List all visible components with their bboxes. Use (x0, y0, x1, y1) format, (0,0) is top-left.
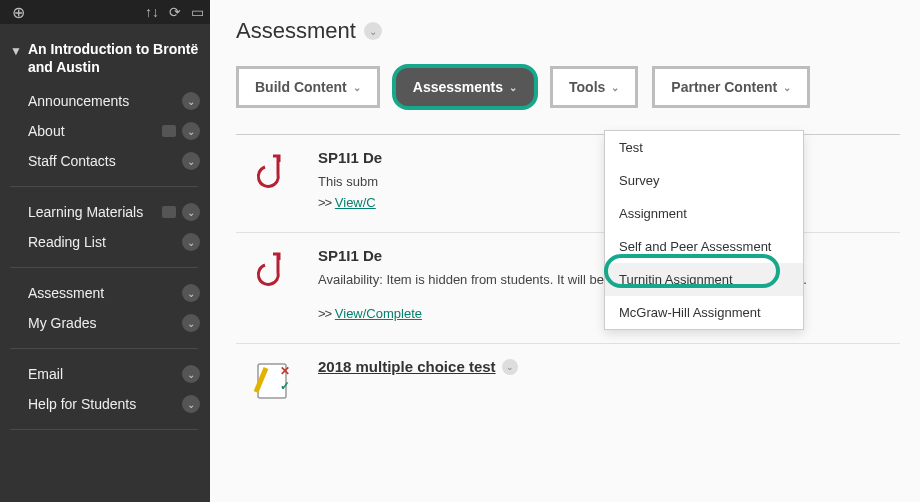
assessments-button[interactable]: Assessments⌄ (394, 66, 536, 108)
dropdown-item-assignment[interactable]: Assignment (605, 197, 803, 230)
dropdown-item-turnitin[interactable]: Turnitin Assignment (605, 263, 803, 296)
item-title[interactable]: SP1I1 De (318, 149, 382, 166)
refresh-icon[interactable]: ⟳ (169, 4, 181, 20)
svg-text:✕: ✕ (280, 364, 290, 378)
sort-icon[interactable]: ↑↓ (145, 4, 159, 20)
course-title-row[interactable]: ▼ An Introduction to Brontë and Austin (10, 36, 210, 86)
chevron-down-icon[interactable]: ⌄ (182, 203, 200, 221)
sidebar-item-reading-list[interactable]: Reading List ⌄ (28, 227, 210, 257)
add-icon[interactable]: ⊕ (6, 3, 25, 22)
turnitin-icon (250, 149, 296, 195)
dropdown-item-test[interactable]: Test (605, 131, 803, 164)
chevron-down-icon: ⌄ (783, 82, 791, 93)
module-badge-icon (162, 125, 176, 137)
sidebar-item-help-for-students[interactable]: Help for Students ⌄ (28, 389, 210, 419)
sidebar-item-learning-materials[interactable]: Learning Materials ⌄ (28, 197, 210, 227)
sidebar: ⊕ ↑↓ ⟳ ▭ ▼ An Introduction to Brontë and… (0, 0, 210, 502)
chevron-down-icon[interactable]: ⌄ (182, 152, 200, 170)
sidebar-toolbar: ⊕ ↑↓ ⟳ ▭ (0, 0, 210, 24)
assessments-dropdown: Test Survey Assignment Self and Peer Ass… (604, 130, 804, 330)
sidebar-item-about[interactable]: About ⌄ (28, 116, 210, 146)
chevron-down-icon[interactable]: ⌄ (182, 395, 200, 413)
page-title-row: Assessment ⌄ (236, 18, 900, 44)
dropdown-item-survey[interactable]: Survey (605, 164, 803, 197)
build-content-button[interactable]: Build Content⌄ (236, 66, 380, 108)
item-title[interactable]: SP1I1 De (318, 247, 382, 264)
nav-separator (10, 429, 198, 430)
page-title: Assessment (236, 18, 356, 44)
dropdown-item-self-peer[interactable]: Self and Peer Assessment (605, 230, 803, 263)
view-complete-link[interactable]: View/Complete (335, 306, 422, 321)
chevron-down-icon[interactable]: ⌄ (182, 122, 200, 140)
content-item: ✕ ✓ 2018 multiple choice test ⌄ (236, 343, 900, 422)
nav-separator (10, 186, 198, 187)
item-title[interactable]: 2018 multiple choice test (318, 358, 496, 375)
toolbar: Build Content⌄ Assessments⌄ Tools⌄ Partn… (236, 66, 900, 108)
module-badge-icon (162, 206, 176, 218)
sidebar-item-assessment[interactable]: Assessment ⌄ (28, 278, 210, 308)
partner-content-button[interactable]: Partner Content⌄ (652, 66, 810, 108)
chevron-down-icon: ⌄ (611, 82, 619, 93)
sidebar-item-my-grades[interactable]: My Grades ⌄ (28, 308, 210, 338)
nav-separator (10, 348, 198, 349)
course-title: An Introduction to Brontë and Austin (28, 40, 200, 76)
chevron-down-icon[interactable]: ⌄ (364, 22, 382, 40)
test-icon: ✕ ✓ (250, 358, 296, 404)
chevron-down-icon[interactable]: ⌄ (502, 359, 518, 375)
svg-text:✓: ✓ (280, 379, 290, 393)
sidebar-item-email[interactable]: Email ⌄ (28, 359, 210, 389)
nav-group-2: Learning Materials ⌄ Reading List ⌄ (10, 197, 210, 257)
chevron-down-icon[interactable]: ⌄ (182, 314, 200, 332)
sidebar-item-announcements[interactable]: Announcements ⌄ (28, 86, 210, 116)
caret-down-icon: ▼ (10, 44, 22, 58)
nav-group-4: Email ⌄ Help for Students ⌄ (10, 359, 210, 419)
chevron-down-icon[interactable]: ⌄ (182, 284, 200, 302)
chevron-down-icon[interactable]: ⌄ (182, 233, 200, 251)
turnitin-icon (250, 247, 296, 293)
nav-group-3: Assessment ⌄ My Grades ⌄ (10, 278, 210, 338)
folder-icon[interactable]: ▭ (191, 4, 204, 20)
chevron-down-icon[interactable]: ⌄ (182, 92, 200, 110)
chevron-down-icon[interactable]: ⌄ (182, 365, 200, 383)
view-complete-link[interactable]: View/C (335, 195, 376, 210)
nav-group-1: Announcements ⌄ About ⌄ Staff Contacts ⌄ (10, 86, 210, 176)
main: Assessment ⌄ Build Content⌄ Assessments⌄… (210, 0, 920, 502)
nav-separator (10, 267, 198, 268)
dropdown-item-mcgraw[interactable]: McGraw-Hill Assignment (605, 296, 803, 329)
sidebar-item-staff-contacts[interactable]: Staff Contacts ⌄ (28, 146, 210, 176)
tools-button[interactable]: Tools⌄ (550, 66, 638, 108)
chevron-down-icon: ⌄ (353, 82, 361, 93)
chevron-down-icon: ⌄ (509, 82, 517, 93)
